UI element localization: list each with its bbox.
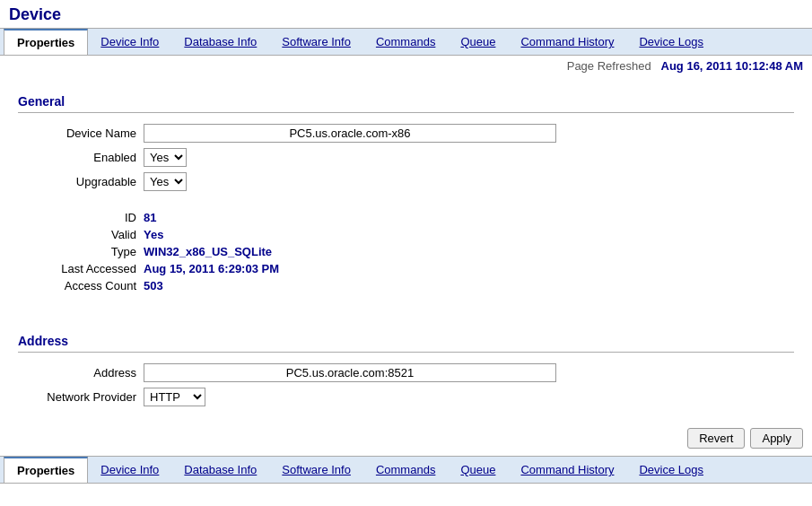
network-provider-label: Network Provider: [18, 390, 144, 404]
tab-database-info-top[interactable]: Database Info: [171, 30, 269, 54]
upgradable-row: Upgradable Yes No: [18, 172, 794, 191]
enabled-row: Enabled Yes No: [18, 148, 794, 167]
access-count-label: Access Count: [18, 279, 144, 292]
access-count-value: 503: [144, 279, 163, 292]
valid-row: Valid Yes: [18, 228, 794, 241]
tab-properties-bottom[interactable]: Properties: [4, 457, 88, 483]
upgradable-select[interactable]: Yes No: [144, 172, 187, 191]
device-name-row: Device Name: [18, 124, 794, 143]
tab-commands-bottom[interactable]: Commands: [363, 458, 448, 482]
content-area: General Device Name Enabled Yes No Upgra…: [0, 76, 812, 421]
bottom-tab-bar: Properties Device Info Database Info Sof…: [0, 456, 812, 484]
address-section-title: Address: [18, 334, 794, 348]
enabled-label: Enabled: [18, 151, 144, 164]
address-divider: [18, 352, 794, 353]
tab-device-info-bottom[interactable]: Device Info: [88, 458, 171, 482]
tab-command-history-bottom[interactable]: Command History: [508, 458, 626, 482]
type-value: WIN32_x86_US_SQLite: [144, 245, 272, 258]
id-row: ID 81: [18, 211, 794, 224]
tab-commands-top[interactable]: Commands: [363, 30, 448, 54]
general-section-title: General: [18, 94, 794, 109]
network-provider-select[interactable]: HTTP HTTPS TCP: [144, 388, 205, 406]
tab-properties-top[interactable]: Properties: [4, 29, 88, 55]
page-refresh-bar: Page Refreshed Aug 16, 2011 10:12:48 AM: [0, 56, 812, 76]
tab-database-info-bottom[interactable]: Database Info: [171, 458, 269, 482]
address-label: Address: [18, 366, 144, 380]
refresh-label: Page Refreshed: [567, 59, 651, 73]
type-row: Type WIN32_x86_US_SQLite: [18, 245, 794, 258]
device-name-label: Device Name: [18, 126, 144, 140]
tab-software-info-bottom[interactable]: Software Info: [269, 458, 363, 482]
valid-label: Valid: [18, 228, 144, 241]
top-tab-bar: Properties Device Info Database Info Sof…: [0, 28, 812, 56]
general-divider: [18, 112, 794, 113]
refresh-time: Aug 16, 2011 10:12:48 AM: [661, 59, 803, 73]
tab-command-history-top[interactable]: Command History: [508, 30, 626, 54]
page-title: Device: [0, 0, 812, 28]
tab-software-info-top[interactable]: Software Info: [269, 30, 363, 54]
tab-device-info-top[interactable]: Device Info: [88, 30, 171, 54]
tab-device-logs-bottom[interactable]: Device Logs: [626, 458, 716, 482]
tab-queue-bottom[interactable]: Queue: [448, 458, 508, 482]
upgradable-label: Upgradable: [18, 175, 144, 188]
last-accessed-value: Aug 15, 2011 6:29:03 PM: [144, 262, 279, 275]
last-accessed-label: Last Accessed: [18, 262, 144, 275]
id-value: 81: [144, 211, 156, 224]
enabled-select[interactable]: Yes No: [144, 148, 187, 167]
tab-queue-top[interactable]: Queue: [448, 30, 508, 54]
button-row: Revert Apply: [0, 421, 812, 456]
tab-device-logs-top[interactable]: Device Logs: [626, 30, 716, 54]
device-name-input[interactable]: [144, 124, 556, 143]
access-count-row: Access Count 503: [18, 279, 794, 292]
apply-button[interactable]: Apply: [750, 428, 803, 449]
valid-value: Yes: [144, 228, 163, 241]
address-input[interactable]: [144, 363, 556, 382]
address-row: Address: [18, 363, 794, 382]
revert-button[interactable]: Revert: [687, 428, 745, 449]
last-accessed-row: Last Accessed Aug 15, 2011 6:29:03 PM: [18, 262, 794, 275]
id-label: ID: [18, 211, 144, 224]
network-provider-row: Network Provider HTTP HTTPS TCP: [18, 388, 794, 406]
type-label: Type: [18, 245, 144, 258]
